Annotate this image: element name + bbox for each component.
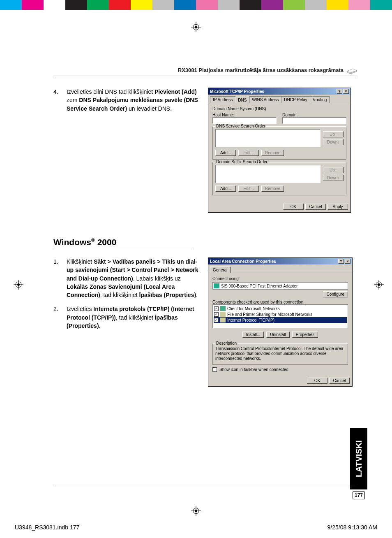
domain-label: Domain: [282,113,346,117]
page-number: 177 [353,491,365,499]
component-label: File and Printer Sharing for Microsoft N… [227,312,312,317]
description-group: Description Transmission Control Protoco… [212,343,348,365]
registration-mark-icon [374,280,384,290]
up-button[interactable]: Up↑ [323,131,344,137]
registration-mark-icon [191,22,201,32]
down-button[interactable]: Down↓ [323,175,344,181]
registration-mark-icon [191,506,201,516]
component-label: Client for Microsoft Networks [227,306,280,311]
header-title: RX3081 Platjoslas maršrutizētāja ātras u… [178,67,344,73]
step-number: 2. [53,305,61,330]
install-button[interactable]: Install... [242,332,264,338]
checkbox[interactable]: ✓ [214,312,219,317]
footer-timestamp: 9/25/08 9:13:30 AM [327,524,377,531]
tab-ip-address[interactable]: IP Address [210,96,235,103]
up-button[interactable]: Up↑ [323,167,344,173]
edit-button[interactable]: Edit... [238,150,259,156]
remove-button[interactable]: Remove [261,150,284,156]
step-text: Klikšķiniet Sākt > Vadības panelis > Tīk… [67,257,201,299]
properties-button[interactable]: Properties [292,332,318,338]
components-label: Components checked are used by this conn… [212,300,348,304]
print-footer: U3948_RS3081.indb 177 9/25/08 9:13:30 AM [15,524,377,531]
tab-general[interactable]: General [210,267,231,273]
domain-input[interactable] [282,117,346,124]
adapter-name: SiS 900-Based PCI Fast Ethernet Adapter [221,284,297,288]
component-item[interactable]: ✓Client for Microsoft Networks [214,306,347,311]
nic-icon [214,283,219,288]
cancel-button[interactable]: Cancel [329,378,350,384]
uninstall-button[interactable]: Uninstall [266,332,289,338]
page-content: RX3081 Platjoslas maršrutizētāja ātras u… [53,66,357,387]
apply-button[interactable]: Apply [327,204,348,210]
tab-dhcp-relay[interactable]: DHCP Relay [281,96,310,103]
domain-suffix-group: Domain Suffix Search Order Up↑ Down↓ Add… [212,162,346,195]
dialog-tabs: IP AddressDNSWINS AddressDHCP RelayRouti… [208,95,350,103]
footer-rule [53,484,357,484]
dialog-title: Microsoft TCP/IP Properties [210,89,264,94]
edit-button[interactable]: Edit... [238,186,259,192]
tab-routing[interactable]: Routing [310,96,330,103]
cancel-button[interactable]: Cancel [305,204,326,210]
dialog-titlebar[interactable]: Microsoft TCP/IP Properties ? × [208,88,350,95]
footer-filename: U3948_RS3081.indb 177 [15,524,79,531]
language-side-tab: LATVISKI [350,428,367,489]
components-listbox[interactable]: ✓Client for Microsoft Networks✓File and … [212,304,348,328]
connect-using-label: Connect using: [212,276,348,281]
tab-dns[interactable]: DNS [235,97,249,103]
tcpip-properties-dialog: Microsoft TCP/IP Properties ? × IP Addre… [208,88,351,213]
help-icon[interactable]: ? [337,89,342,94]
protocol-icon [220,312,226,317]
host-input[interactable] [212,117,277,124]
help-icon[interactable]: ? [338,259,344,264]
checkbox[interactable] [212,367,217,372]
print-color-bar [0,0,392,10]
component-item[interactable]: ✓File and Printer Sharing for Microsoft … [214,311,347,317]
dns-order-listbox[interactable] [215,129,321,147]
page-header: RX3081 Platjoslas maršrutizētāja ātras u… [53,66,357,76]
ok-button[interactable]: OK [283,204,304,210]
suffix-listbox[interactable] [215,165,321,183]
host-label: Host Name: [212,113,277,117]
section-heading: Windows® 2000 [53,237,193,249]
close-icon[interactable]: × [343,89,349,94]
close-icon[interactable]: × [345,259,350,264]
protocol-icon [220,306,226,311]
tab-wins-address[interactable]: WINS Address [249,96,281,103]
dialog-title: Local Area Connection Properties [210,259,276,264]
description-text: Transmission Control Protocol/Internet P… [215,346,345,361]
remove-button[interactable]: Remove [261,186,284,192]
router-icon [346,66,357,74]
dns-search-order-group: DNS Service Search Order Up↑ Down↓ Add..… [212,126,346,160]
list-item: 2. Izvēlieties Interneta protokols (TCP/… [53,305,201,330]
ok-button[interactable]: OK [307,378,327,384]
show-icon-label: Show icon in taskbar when connected [219,367,288,372]
configure-button[interactable]: Configure [323,291,348,297]
list-item: 1. Klikšķiniet Sākt > Vadības panelis > … [53,257,201,299]
dns-system-label: Domain Name System (DNS) [212,107,346,111]
step-number: 1. [53,257,61,299]
step-text: Izvēlieties Interneta protokols (TCP/IP)… [67,305,201,330]
component-item[interactable]: ✓Internet Protocol (TCP/IP) [214,317,347,323]
checkbox[interactable]: ✓ [214,318,219,322]
component-label: Internet Protocol (TCP/IP) [227,318,274,322]
step-text: Izvēlieties cilni DNS tad klikšķiniet Pi… [67,88,201,113]
protocol-icon [220,318,226,322]
checkbox[interactable]: ✓ [214,306,219,311]
add-button[interactable]: Add... [215,150,236,156]
add-button[interactable]: Add... [215,186,236,192]
down-button[interactable]: Down↓ [323,139,344,145]
lac-properties-dialog: Local Area Connection Properties ? × Gen… [208,257,353,387]
registration-mark-icon [14,280,23,290]
step-number: 4. [53,88,61,113]
dialog-titlebar[interactable]: Local Area Connection Properties ? × [208,258,352,264]
list-item: 4. Izvēlieties cilni DNS tad klikšķiniet… [53,88,201,113]
